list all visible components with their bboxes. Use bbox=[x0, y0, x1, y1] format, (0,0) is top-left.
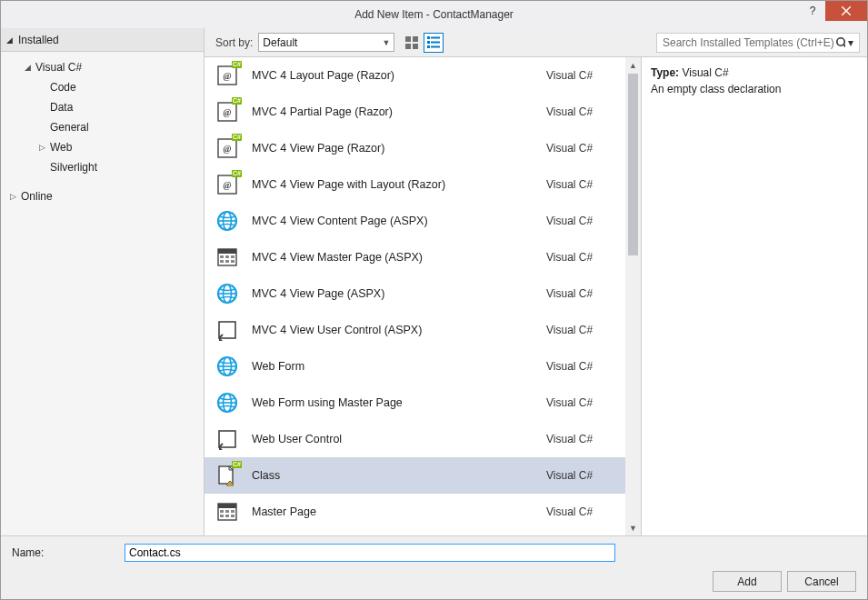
template-panel: C#MVC 4 Layout Page (Razor)Visual C#C#MV… bbox=[205, 57, 642, 535]
template-name: Web Form bbox=[252, 360, 534, 373]
template-icon bbox=[215, 391, 239, 415]
cancel-button[interactable]: Cancel bbox=[787, 571, 856, 592]
scroll-thumb[interactable] bbox=[628, 74, 638, 255]
scroll-down-icon[interactable]: ▼ bbox=[625, 520, 641, 535]
installed-header[interactable]: ◢ Installed bbox=[1, 28, 204, 52]
tree-label: Data bbox=[50, 101, 73, 114]
tree-label: Code bbox=[50, 81, 76, 94]
view-grid-button[interactable] bbox=[402, 33, 422, 53]
grid-icon bbox=[404, 35, 419, 50]
tree-label: Silverlight bbox=[50, 161, 97, 174]
tree-node-web[interactable]: ▷ Web bbox=[5, 137, 200, 157]
template-row[interactable]: Web Form using Master PageVisual C# bbox=[205, 385, 641, 421]
template-icon: C# bbox=[215, 100, 239, 124]
csharp-badge-icon: C# bbox=[232, 170, 242, 177]
tree-label: Visual C# bbox=[35, 61, 82, 74]
template-icon: C# bbox=[215, 173, 239, 196]
collapse-icon: ◢ bbox=[6, 35, 13, 45]
template-name: Web User Control bbox=[252, 433, 534, 445]
template-name: MVC 4 View Master Page (ASPX) bbox=[252, 251, 534, 264]
template-icon: C# bbox=[215, 136, 239, 160]
csharp-badge-icon: C# bbox=[232, 61, 242, 68]
view-list-button[interactable] bbox=[424, 33, 444, 53]
template-name: Master Page bbox=[252, 505, 534, 518]
template-name: Web Form using Master Page bbox=[252, 396, 534, 409]
close-icon bbox=[842, 6, 851, 15]
template-row[interactable]: Web User ControlVisual C# bbox=[205, 421, 641, 457]
sortby-dropdown[interactable]: Default ▼ bbox=[258, 33, 394, 52]
template-row[interactable]: MVC 4 View Content Page (ASPX)Visual C# bbox=[205, 203, 641, 239]
category-tree: ◢ Visual C# Code Data General ▷ Web bbox=[1, 52, 204, 212]
tree-label: Online bbox=[21, 190, 53, 203]
template-row[interactable]: C#ClassVisual C# bbox=[205, 457, 641, 494]
template-name: MVC 4 View Page (Razor) bbox=[252, 142, 534, 155]
help-button[interactable]: ? bbox=[800, 1, 825, 21]
name-input[interactable] bbox=[125, 544, 615, 562]
template-lang: Visual C# bbox=[546, 69, 621, 82]
template-icon bbox=[215, 427, 239, 451]
template-row[interactable]: C#MVC 4 Partial Page (Razor)Visual C# bbox=[205, 94, 641, 130]
expand-icon: ▷ bbox=[37, 143, 46, 152]
template-name: MVC 4 Partial Page (Razor) bbox=[252, 105, 534, 118]
template-name: MVC 4 View Page with Layout (Razor) bbox=[252, 178, 534, 191]
template-icon bbox=[215, 209, 239, 233]
add-button[interactable]: Add bbox=[713, 571, 782, 592]
template-icon bbox=[215, 245, 239, 269]
bottom-bar: Name: Add Cancel bbox=[1, 535, 867, 599]
template-row[interactable]: Master PageVisual C# bbox=[205, 494, 641, 530]
scrollbar[interactable]: ▲ ▼ bbox=[625, 57, 641, 535]
template-lang: Visual C# bbox=[546, 287, 621, 300]
template-list[interactable]: C#MVC 4 Layout Page (Razor)Visual C#C#MV… bbox=[205, 57, 641, 535]
tree-label: General bbox=[50, 121, 89, 134]
template-row[interactable]: C#MVC 4 View Page (Razor)Visual C# bbox=[205, 130, 641, 166]
info-panel: Type: Visual C# An empty class declarati… bbox=[642, 57, 867, 535]
template-lang: Visual C# bbox=[546, 433, 621, 445]
template-icon: C# bbox=[215, 64, 239, 87]
template-lang: Visual C# bbox=[546, 215, 621, 227]
category-panel: ◢ Installed ◢ Visual C# Code Data bbox=[1, 28, 205, 535]
template-lang: Visual C# bbox=[546, 178, 621, 191]
template-row[interactable]: MVC 4 View Page (ASPX)Visual C# bbox=[205, 275, 641, 312]
tree-node-code[interactable]: Code bbox=[5, 77, 200, 97]
search-box[interactable]: Search Installed Templates (Ctrl+E) ▾ bbox=[656, 33, 860, 53]
name-label: Name: bbox=[12, 546, 117, 559]
template-lang: Visual C# bbox=[546, 251, 621, 264]
tree-node-silverlight[interactable]: Silverlight bbox=[5, 157, 200, 177]
template-name: Class bbox=[252, 469, 534, 482]
scroll-up-icon[interactable]: ▲ bbox=[625, 57, 641, 73]
sortby-label: Sort by: bbox=[215, 36, 253, 49]
template-name: MVC 4 Layout Page (Razor) bbox=[252, 69, 534, 82]
tree-node-vcsharp[interactable]: ◢ Visual C# bbox=[5, 57, 200, 77]
tree-node-general[interactable]: General bbox=[5, 117, 200, 137]
template-icon bbox=[215, 282, 239, 305]
tree-node-data[interactable]: Data bbox=[5, 97, 200, 117]
csharp-badge-icon: C# bbox=[232, 134, 242, 141]
template-row[interactable]: Web FormVisual C# bbox=[205, 348, 641, 385]
title-bar: Add New Item - ContactManager ? bbox=[1, 1, 867, 28]
template-lang: Visual C# bbox=[546, 469, 621, 482]
template-icon bbox=[215, 318, 239, 342]
template-icon bbox=[215, 500, 239, 524]
template-row[interactable]: MVC 4 View User Control (ASPX)Visual C# bbox=[205, 312, 641, 348]
close-button[interactable] bbox=[825, 1, 867, 21]
tree-node-online[interactable]: ▷ Online bbox=[5, 186, 200, 206]
template-row[interactable]: MVC 4 View Master Page (ASPX)Visual C# bbox=[205, 239, 641, 275]
csharp-badge-icon: C# bbox=[232, 97, 242, 105]
template-icon: C# bbox=[215, 464, 239, 487]
template-lang: Visual C# bbox=[546, 142, 621, 155]
sortby-value: Default bbox=[263, 36, 297, 49]
installed-label: Installed bbox=[18, 34, 59, 46]
template-name: MVC 4 View User Control (ASPX) bbox=[252, 324, 534, 336]
type-label: Type: bbox=[651, 66, 679, 79]
dialog-window: Add New Item - ContactManager ? ◢ Instal… bbox=[0, 0, 868, 600]
expand-icon: ◢ bbox=[23, 63, 32, 72]
template-row[interactable]: Nested Master PageVisual C# bbox=[205, 530, 641, 535]
template-lang: Visual C# bbox=[546, 396, 621, 409]
template-name: MVC 4 View Page (ASPX) bbox=[252, 287, 534, 300]
template-row[interactable]: C#MVC 4 View Page with Layout (Razor)Vis… bbox=[205, 166, 641, 203]
template-lang: Visual C# bbox=[546, 505, 621, 518]
search-placeholder: Search Installed Templates (Ctrl+E) bbox=[663, 36, 835, 49]
template-row[interactable]: C#MVC 4 Layout Page (Razor)Visual C# bbox=[205, 57, 641, 94]
description: An empty class declaration bbox=[651, 83, 858, 95]
type-value: Visual C# bbox=[682, 66, 728, 79]
